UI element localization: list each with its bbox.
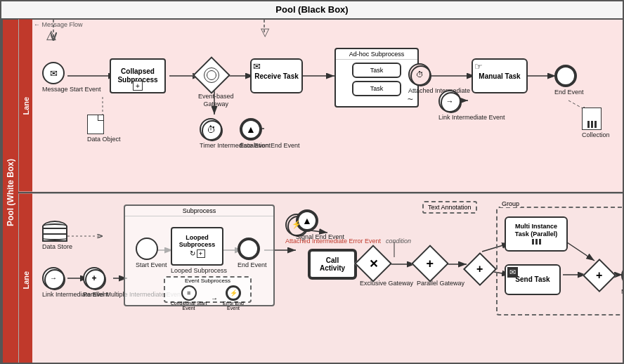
error-end-event[interactable]: ⚡ Error End Event: [218, 285, 249, 311]
manual-task[interactable]: ☞ Manual Task: [472, 58, 528, 93]
adhoc-subprocess[interactable]: Ad-hoc Subprocess Task Task ~: [334, 48, 419, 108]
looped-subprocess[interactable]: LoopedSubprocess ↻ + Looped Subprocess: [171, 227, 227, 275]
msg-flow-arrow-upper2: ▽: [261, 25, 269, 39]
upper-flows-svg: [32, 20, 623, 192]
escalation-end-event[interactable]: ▲ Escalation End Event: [240, 118, 300, 150]
group-label: Group: [500, 200, 521, 207]
end-event-upper[interactable]: End Event: [554, 65, 584, 96]
upper-lane-label: Lane: [18, 20, 32, 192]
text-annotation-box: Text Annotation: [422, 201, 477, 214]
call-activity[interactable]: Call Activity: [308, 249, 357, 280]
msg-flow-arrow-upper: △: [46, 27, 56, 42]
event-subprocess-box[interactable]: Event Subprocess ≡ Conditional Start Eve…: [164, 276, 252, 303]
lower-lane-content: Data Store → Link Intermediate Event: [32, 194, 623, 365]
multi-instance-task[interactable]: Multi InstanceTask (Parallel): [505, 216, 568, 252]
pool-title: Pool (Black Box): [1, 1, 623, 20]
message-start-event[interactable]: ✉ Message Start Event: [42, 62, 101, 93]
main-diagram: Pool (Black Box) Pool (White Box) Lane: [0, 0, 624, 364]
receive-task[interactable]: ✉ Receive Task: [250, 58, 303, 93]
lower-lane-label: Lane: [18, 194, 32, 365]
collection-object[interactable]: Collection: [582, 108, 610, 139]
message-end-event[interactable]: ✉ Message End Event: [621, 264, 624, 311]
signal-end-event[interactable]: ▲ Signal End Event: [296, 209, 344, 241]
subprocess-start-event[interactable]: Start Event: [136, 238, 167, 269]
data-store[interactable]: Data Store: [42, 221, 72, 251]
link-intermediate-event-upper[interactable]: → Link Intermediate Event: [438, 90, 505, 122]
subprocess-title: Subprocess: [125, 206, 273, 216]
subprocess-end-event[interactable]: End Event: [238, 238, 267, 269]
plus-gateway2[interactable]: +: [587, 264, 611, 287]
message-flow-label: ← Message Flow: [34, 21, 83, 28]
data-object[interactable]: Data Object: [87, 115, 121, 143]
collapsed-subprocess[interactable]: CollapsedSubprocess +: [110, 58, 166, 93]
event-based-gateway[interactable]: Event-basedGateway: [198, 62, 234, 108]
upper-lane-content: ← Message Flow ✉ Message Start Event △ ▽: [32, 20, 623, 192]
plus-gateway1[interactable]: +: [468, 257, 492, 281]
conditional-start-event[interactable]: ≡ Conditional Start Event: [167, 285, 211, 311]
event-subprocess-title: Event Subprocess: [165, 278, 250, 284]
parallel-gateway-lower[interactable]: + Parallel Gateway: [417, 250, 464, 287]
subprocess-box[interactable]: Subprocess Start Event LoopedSubprocess: [124, 204, 275, 306]
pool-label: Pool (White Box): [1, 20, 18, 364]
condition-label: condition: [386, 238, 411, 245]
send-task[interactable]: ✉ Send Task: [505, 264, 561, 295]
exclusive-gateway[interactable]: ✕ Exclusive Gateway: [360, 250, 413, 287]
lower-lane: Lane: [18, 193, 623, 365]
upper-lane: Lane: [18, 20, 623, 193]
